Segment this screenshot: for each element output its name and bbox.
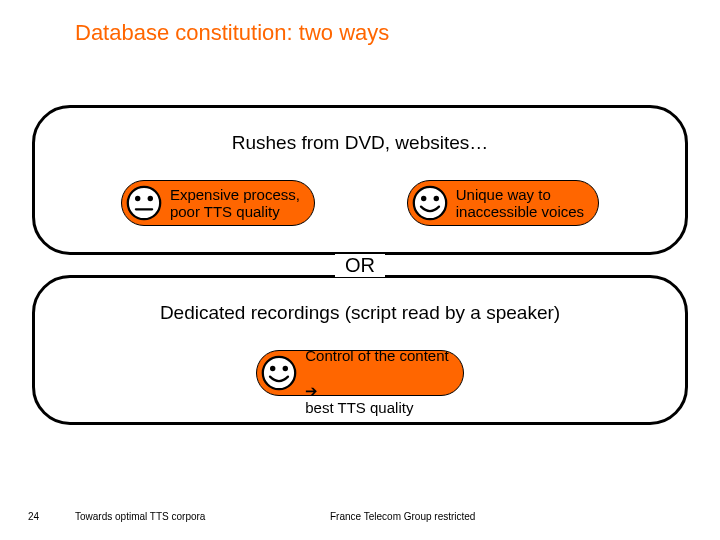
svg-point-0: [128, 187, 160, 219]
pill-expensive: Expensive process, poor TTS quality: [121, 180, 315, 226]
slide-title: Database constitution: two ways: [75, 20, 389, 46]
pill-unique: Unique way to inaccessible voices: [407, 180, 599, 226]
svg-point-5: [421, 196, 426, 201]
arrow-right-icon: ➔: [305, 382, 318, 399]
or-separator: OR: [335, 254, 385, 277]
pill-control-line2: best TTS quality: [305, 399, 413, 416]
footer-title: Towards optimal TTS corpora: [75, 511, 205, 522]
svg-point-9: [283, 366, 288, 371]
panel-rushes-heading: Rushes from DVD, websites…: [35, 132, 685, 154]
pill-unique-text: Unique way to inaccessible voices: [456, 186, 584, 221]
svg-point-2: [147, 196, 152, 201]
svg-point-7: [263, 357, 295, 389]
svg-point-4: [414, 187, 446, 219]
pill-control-text: Control of the content ➔ best TTS qualit…: [305, 330, 448, 416]
slide: Database constitution: two ways Rushes f…: [0, 0, 720, 540]
pill-control-line1: Control of the content: [305, 347, 448, 364]
svg-point-8: [270, 366, 275, 371]
pill-expensive-text: Expensive process, poor TTS quality: [170, 186, 300, 221]
panel-dedicated-pills: Control of the content ➔ best TTS qualit…: [35, 350, 685, 396]
face-neutral-icon: [126, 185, 162, 221]
svg-point-1: [135, 196, 140, 201]
panel-dedicated: Dedicated recordings (script read by a s…: [32, 275, 688, 425]
page-number: 24: [28, 511, 39, 522]
panel-rushes-pills: Expensive process, poor TTS quality Uniq…: [35, 180, 685, 226]
face-smile-icon: [261, 355, 297, 391]
pill-control: Control of the content ➔ best TTS qualit…: [256, 350, 463, 396]
svg-point-6: [433, 196, 438, 201]
face-smile-icon: [412, 185, 448, 221]
footer-classification: France Telecom Group restricted: [330, 511, 475, 522]
panel-dedicated-heading: Dedicated recordings (script read by a s…: [35, 302, 685, 324]
panel-rushes: Rushes from DVD, websites… Expensive pro…: [32, 105, 688, 255]
